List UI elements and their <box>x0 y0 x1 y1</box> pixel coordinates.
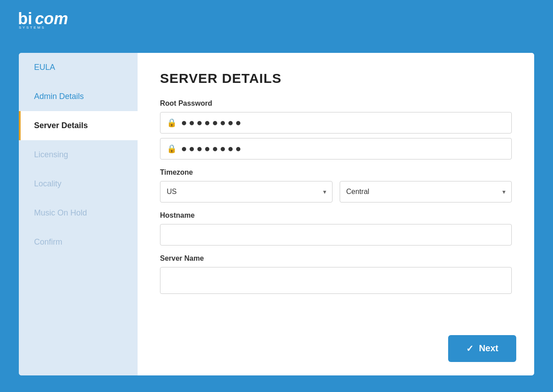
sidebar-item-admin-details[interactable]: Admin Details <box>19 82 138 111</box>
sidebar-item-server-details[interactable]: Server Details <box>19 111 138 140</box>
sidebar: EULA Admin Details Server Details Licens… <box>19 53 138 375</box>
svg-text:bi: bi <box>18 9 32 28</box>
logo: bi com SYSTEMS <box>18 8 535 30</box>
root-password-confirm-wrapper[interactable]: 🔒 ●●●●●●●● <box>160 138 512 159</box>
timezone-zone-wrapper: Central Eastern Mountain Pacific Hawaii … <box>340 181 512 202</box>
page-title: SERVER DETAILS <box>160 71 512 86</box>
main-container: EULA Admin Details Server Details Licens… <box>19 53 534 375</box>
sidebar-item-licensing: Licensing <box>19 140 138 169</box>
svg-text:SYSTEMS: SYSTEMS <box>19 26 45 30</box>
next-button[interactable]: ✓ Next <box>448 335 516 362</box>
sidebar-item-locality: Locality <box>19 169 138 198</box>
timezone-region-select[interactable]: US UTC Africa America Asia Europe <box>160 181 333 202</box>
root-password-label: Root Password <box>160 99 512 108</box>
hostname-input[interactable] <box>160 224 512 246</box>
svg-text:com: com <box>35 9 68 28</box>
check-icon: ✓ <box>466 343 474 354</box>
timezone-region-wrapper: US UTC Africa America Asia Europe ▾ <box>160 181 333 202</box>
timezone-label: Timezone <box>160 168 512 177</box>
root-password-dots: ●●●●●●●● <box>181 117 243 129</box>
root-password-group: Root Password 🔒 ●●●●●●●● 🔒 ●●●●●●●● <box>160 99 512 159</box>
timezone-group: Timezone US UTC Africa America Asia Euro… <box>160 168 512 202</box>
content-area: SERVER DETAILS Root Password 🔒 ●●●●●●●● … <box>138 53 534 375</box>
server-name-label: Server Name <box>160 254 512 263</box>
sidebar-item-eula[interactable]: EULA <box>19 53 138 82</box>
hostname-label: Hostname <box>160 211 512 220</box>
next-button-label: Next <box>479 343 498 353</box>
server-name-input[interactable] <box>160 267 512 294</box>
hostname-group: Hostname <box>160 211 512 246</box>
sidebar-item-confirm: Confirm <box>19 228 138 257</box>
root-password-input-wrapper[interactable]: 🔒 ●●●●●●●● <box>160 112 512 134</box>
root-password-confirm-dots: ●●●●●●●● <box>181 143 243 155</box>
timezone-row: US UTC Africa America Asia Europe ▾ Cent… <box>160 181 512 202</box>
timezone-zone-select[interactable]: Central Eastern Mountain Pacific Hawaii … <box>340 181 512 202</box>
sidebar-item-music-on-hold: Music On Hold <box>19 198 138 228</box>
app-header: bi com SYSTEMS <box>0 0 553 38</box>
server-name-group: Server Name <box>160 254 512 294</box>
